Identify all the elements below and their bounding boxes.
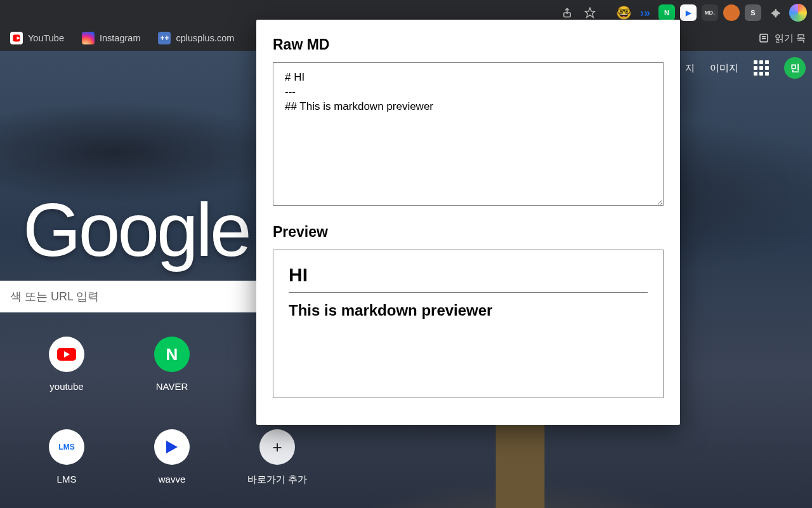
shortcut-lms[interactable]: LMS LMS <box>14 429 119 508</box>
extension-bluetooth-icon[interactable]: ›» <box>637 4 653 21</box>
search-bar[interactable] <box>0 281 259 312</box>
shortcut-label: wavve <box>159 474 186 485</box>
shortcut-label: NAVER <box>156 381 188 392</box>
shortcut-label: youtube <box>49 381 83 392</box>
profile-avatar-icon[interactable] <box>789 4 807 22</box>
preview-h1: HI <box>289 264 648 286</box>
bookmark-label: cplusplus.com <box>176 33 234 43</box>
header-link-partial[interactable]: 지 <box>685 62 695 74</box>
wavve-icon <box>154 429 190 465</box>
shortcut-label: LMS <box>57 474 77 485</box>
bookmark-label: YouTube <box>28 33 64 43</box>
google-account-avatar[interactable]: 민 <box>784 57 806 79</box>
reading-list-label[interactable]: 읽기 목 <box>775 32 806 44</box>
extension-owl-icon[interactable]: 🤓 <box>615 4 632 21</box>
bookmark-star-icon[interactable] <box>581 4 599 22</box>
google-header: 지 이미지 민 <box>685 57 806 79</box>
preview-hr <box>289 292 648 293</box>
extension-markdown-icon[interactable]: MD↓ <box>702 4 718 21</box>
header-link-images[interactable]: 이미지 <box>710 62 738 74</box>
youtube-icon <box>49 337 84 372</box>
bookmark-label: Instagram <box>100 33 140 43</box>
naver-icon: N <box>154 337 190 372</box>
shortcut-label: 바로가기 추가 <box>247 474 307 486</box>
shortcut-youtube[interactable]: youtube <box>14 337 119 425</box>
svg-marker-1 <box>586 8 595 18</box>
raw-md-textarea[interactable] <box>273 62 664 206</box>
reading-list-icon[interactable] <box>758 32 769 44</box>
shortcut-wavve[interactable]: wavve <box>119 429 225 508</box>
extension-circle-icon[interactable] <box>723 4 740 21</box>
raw-md-heading: Raw MD <box>273 36 664 53</box>
shortcut-add[interactable]: + 바로가기 추가 <box>225 429 330 508</box>
lms-icon: LMS <box>49 429 84 465</box>
shortcut-naver[interactable]: N NAVER <box>119 337 225 425</box>
extension-s-icon[interactable]: S <box>745 4 761 21</box>
preview-output: HI This is markdown previewer <box>273 250 664 398</box>
google-apps-icon[interactable] <box>754 60 769 76</box>
markdown-previewer-popup: Raw MD Preview HI This is markdown previ… <box>256 20 680 425</box>
instagram-icon <box>82 32 95 44</box>
search-input[interactable] <box>10 290 249 304</box>
bookmark-instagram[interactable]: Instagram <box>78 29 144 47</box>
share-icon[interactable] <box>558 4 576 22</box>
extension-play-icon[interactable]: ▶ <box>680 4 697 21</box>
preview-heading: Preview <box>273 224 664 241</box>
preview-h2: This is markdown previewer <box>289 302 648 319</box>
extension-naver-icon[interactable]: N <box>658 4 675 21</box>
plus-icon: + <box>259 429 295 465</box>
google-logo: Google <box>23 187 249 273</box>
bookmark-cplusplus[interactable]: ++ cplusplus.com <box>154 29 238 47</box>
extensions-puzzle-icon[interactable] <box>766 4 784 22</box>
bookmark-youtube[interactable]: YouTube <box>6 29 68 47</box>
cplusplus-icon: ++ <box>158 32 171 44</box>
youtube-icon <box>10 32 23 44</box>
